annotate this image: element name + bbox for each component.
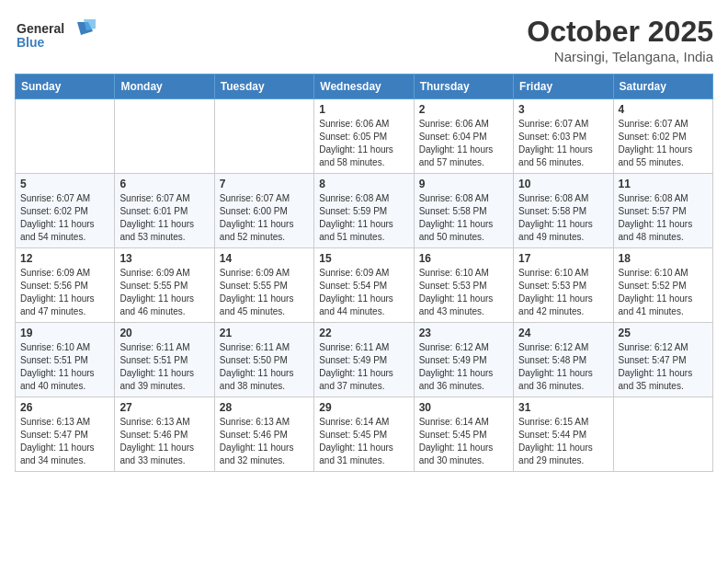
calendar-cell: 2Sunrise: 6:06 AM Sunset: 6:04 PM Daylig… [414, 99, 513, 174]
day-info: Sunrise: 6:10 AM Sunset: 5:51 PM Dayligh… [20, 341, 109, 393]
day-info: Sunrise: 6:09 AM Sunset: 5:56 PM Dayligh… [20, 267, 109, 318]
day-number: 7 [220, 178, 309, 190]
day-info: Sunrise: 6:15 AM Sunset: 5:44 PM Dayligh… [518, 416, 608, 467]
logo: General Blue [15, 15, 97, 52]
calendar-cell: 23Sunrise: 6:12 AM Sunset: 5:49 PM Dayli… [414, 323, 513, 397]
day-info: Sunrise: 6:14 AM Sunset: 5:45 PM Dayligh… [419, 416, 508, 467]
calendar-cell: 29Sunrise: 6:14 AM Sunset: 5:45 PM Dayli… [314, 397, 414, 472]
calendar-cell: 24Sunrise: 6:12 AM Sunset: 5:48 PM Dayli… [514, 323, 613, 397]
day-info: Sunrise: 6:14 AM Sunset: 5:45 PM Dayligh… [319, 416, 408, 467]
day-info: Sunrise: 6:06 AM Sunset: 6:04 PM Dayligh… [419, 118, 508, 169]
day-number: 16 [419, 252, 508, 265]
calendar-cell: 5Sunrise: 6:07 AM Sunset: 6:02 PM Daylig… [16, 174, 115, 248]
day-number: 17 [518, 252, 608, 265]
weekday-header-friday: Friday [514, 75, 613, 99]
day-number: 30 [419, 401, 508, 414]
day-number: 12 [20, 252, 109, 265]
day-number: 29 [319, 401, 408, 414]
calendar-cell: 31Sunrise: 6:15 AM Sunset: 5:44 PM Dayli… [514, 397, 613, 472]
day-info: Sunrise: 6:13 AM Sunset: 5:47 PM Dayligh… [20, 416, 109, 467]
calendar-cell: 22Sunrise: 6:11 AM Sunset: 5:49 PM Dayli… [314, 323, 414, 397]
location: Narsingi, Telangana, India [527, 49, 713, 64]
day-info: Sunrise: 6:07 AM Sunset: 6:00 PM Dayligh… [220, 192, 309, 244]
calendar-cell [214, 99, 313, 174]
calendar-cell: 26Sunrise: 6:13 AM Sunset: 5:47 PM Dayli… [16, 397, 115, 472]
day-info: Sunrise: 6:08 AM Sunset: 5:59 PM Dayligh… [319, 192, 408, 244]
calendar-table: SundayMondayTuesdayWednesdayThursdayFrid… [15, 74, 713, 472]
weekday-header-monday: Monday [115, 75, 214, 99]
day-number: 5 [20, 178, 109, 190]
calendar-cell: 6Sunrise: 6:07 AM Sunset: 6:01 PM Daylig… [115, 174, 214, 248]
calendar-cell [613, 397, 712, 472]
day-info: Sunrise: 6:12 AM Sunset: 5:48 PM Dayligh… [518, 341, 608, 393]
calendar-cell: 15Sunrise: 6:09 AM Sunset: 5:54 PM Dayli… [314, 248, 414, 323]
day-number: 10 [518, 178, 608, 190]
day-number: 18 [619, 252, 708, 265]
day-number: 6 [119, 178, 209, 190]
title-block: October 2025 Narsingi, Telangana, India [527, 15, 713, 64]
day-number: 21 [220, 327, 309, 339]
month-title: October 2025 [527, 15, 713, 49]
day-info: Sunrise: 6:10 AM Sunset: 5:52 PM Dayligh… [619, 267, 708, 318]
calendar-cell: 27Sunrise: 6:13 AM Sunset: 5:46 PM Dayli… [115, 397, 214, 472]
day-number: 3 [518, 103, 608, 116]
calendar-cell: 16Sunrise: 6:10 AM Sunset: 5:53 PM Dayli… [414, 248, 513, 323]
calendar-cell: 4Sunrise: 6:07 AM Sunset: 6:02 PM Daylig… [613, 99, 712, 174]
calendar-cell: 9Sunrise: 6:08 AM Sunset: 5:58 PM Daylig… [414, 174, 513, 248]
calendar-week-3: 12Sunrise: 6:09 AM Sunset: 5:56 PM Dayli… [16, 248, 713, 323]
day-number: 11 [619, 178, 708, 190]
day-number: 8 [319, 178, 408, 190]
day-number: 28 [220, 401, 309, 414]
day-info: Sunrise: 6:12 AM Sunset: 5:47 PM Dayligh… [619, 341, 708, 393]
day-info: Sunrise: 6:10 AM Sunset: 5:53 PM Dayligh… [518, 267, 608, 318]
day-info: Sunrise: 6:07 AM Sunset: 6:03 PM Dayligh… [518, 118, 608, 169]
day-number: 26 [20, 401, 109, 414]
calendar-cell: 14Sunrise: 6:09 AM Sunset: 5:55 PM Dayli… [214, 248, 313, 323]
day-number: 15 [319, 252, 408, 265]
calendar-cell: 18Sunrise: 6:10 AM Sunset: 5:52 PM Dayli… [613, 248, 712, 323]
day-number: 14 [220, 252, 309, 265]
weekday-header-tuesday: Tuesday [214, 75, 313, 99]
calendar-cell: 17Sunrise: 6:10 AM Sunset: 5:53 PM Dayli… [514, 248, 613, 323]
day-info: Sunrise: 6:08 AM Sunset: 5:57 PM Dayligh… [619, 192, 708, 244]
day-number: 1 [319, 103, 408, 116]
calendar-cell: 13Sunrise: 6:09 AM Sunset: 5:55 PM Dayli… [115, 248, 214, 323]
calendar-cell: 11Sunrise: 6:08 AM Sunset: 5:57 PM Dayli… [613, 174, 712, 248]
day-info: Sunrise: 6:07 AM Sunset: 6:02 PM Dayligh… [619, 118, 708, 169]
day-info: Sunrise: 6:11 AM Sunset: 5:51 PM Dayligh… [119, 341, 209, 393]
day-info: Sunrise: 6:13 AM Sunset: 5:46 PM Dayligh… [119, 416, 209, 467]
day-info: Sunrise: 6:09 AM Sunset: 5:55 PM Dayligh… [220, 267, 309, 318]
day-info: Sunrise: 6:11 AM Sunset: 5:50 PM Dayligh… [220, 341, 309, 393]
calendar-cell: 25Sunrise: 6:12 AM Sunset: 5:47 PM Dayli… [613, 323, 712, 397]
day-number: 27 [119, 401, 209, 414]
weekday-header-saturday: Saturday [613, 75, 712, 99]
day-number: 13 [119, 252, 209, 265]
calendar-cell: 1Sunrise: 6:06 AM Sunset: 6:05 PM Daylig… [314, 99, 414, 174]
calendar-week-1: 1Sunrise: 6:06 AM Sunset: 6:05 PM Daylig… [16, 99, 713, 174]
svg-text:General: General [17, 21, 64, 36]
calendar-cell [16, 99, 115, 174]
calendar-cell: 30Sunrise: 6:14 AM Sunset: 5:45 PM Dayli… [414, 397, 513, 472]
calendar-cell: 8Sunrise: 6:08 AM Sunset: 5:59 PM Daylig… [314, 174, 414, 248]
day-info: Sunrise: 6:08 AM Sunset: 5:58 PM Dayligh… [518, 192, 608, 244]
day-number: 2 [419, 103, 508, 116]
page-header: General Blue October 2025 Narsingi, Tela… [15, 15, 713, 64]
logo-icon: General Blue [15, 15, 97, 52]
day-number: 9 [419, 178, 508, 190]
calendar-cell: 12Sunrise: 6:09 AM Sunset: 5:56 PM Dayli… [16, 248, 115, 323]
calendar-cell: 28Sunrise: 6:13 AM Sunset: 5:46 PM Dayli… [214, 397, 313, 472]
day-info: Sunrise: 6:08 AM Sunset: 5:58 PM Dayligh… [419, 192, 508, 244]
day-number: 23 [419, 327, 508, 339]
calendar-cell: 19Sunrise: 6:10 AM Sunset: 5:51 PM Dayli… [16, 323, 115, 397]
day-number: 31 [518, 401, 608, 414]
day-number: 19 [20, 327, 109, 339]
day-number: 20 [119, 327, 209, 339]
weekday-header-thursday: Thursday [414, 75, 513, 99]
calendar-week-2: 5Sunrise: 6:07 AM Sunset: 6:02 PM Daylig… [16, 174, 713, 248]
calendar-week-5: 26Sunrise: 6:13 AM Sunset: 5:47 PM Dayli… [16, 397, 713, 472]
day-info: Sunrise: 6:07 AM Sunset: 6:02 PM Dayligh… [20, 192, 109, 244]
day-info: Sunrise: 6:13 AM Sunset: 5:46 PM Dayligh… [220, 416, 309, 467]
day-info: Sunrise: 6:06 AM Sunset: 6:05 PM Dayligh… [319, 118, 408, 169]
day-number: 25 [619, 327, 708, 339]
calendar-cell: 7Sunrise: 6:07 AM Sunset: 6:00 PM Daylig… [214, 174, 313, 248]
